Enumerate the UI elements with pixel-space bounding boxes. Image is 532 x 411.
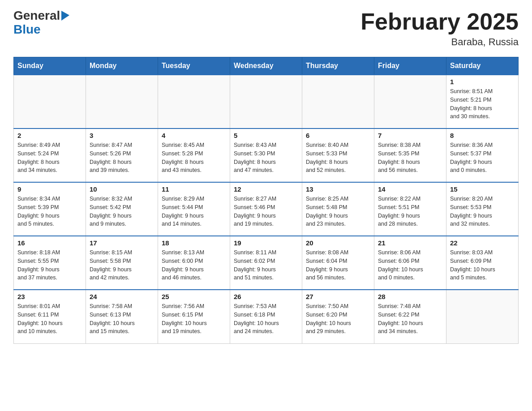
calendar-cell: 10Sunrise: 8:32 AM Sunset: 5:42 PM Dayli… xyxy=(86,182,158,236)
day-number: 25 xyxy=(162,293,226,300)
calendar-body: 1Sunrise: 8:51 AM Sunset: 5:21 PM Daylig… xyxy=(14,75,519,343)
calendar-cell: 17Sunrise: 8:15 AM Sunset: 5:58 PM Dayli… xyxy=(86,236,158,290)
calendar-subtitle: Baraba, Russia xyxy=(360,36,519,48)
day-number: 1 xyxy=(450,78,515,86)
calendar-cell: 21Sunrise: 8:06 AM Sunset: 6:06 PM Dayli… xyxy=(374,236,446,290)
day-number: 16 xyxy=(17,239,82,247)
day-number: 6 xyxy=(306,132,370,139)
day-info: Sunrise: 8:25 AM Sunset: 5:48 PM Dayligh… xyxy=(306,196,348,227)
day-info: Sunrise: 8:15 AM Sunset: 5:58 PM Dayligh… xyxy=(90,249,132,281)
day-number: 2 xyxy=(17,132,82,139)
title-block: February 2025 Baraba, Russia xyxy=(360,9,519,48)
day-info: Sunrise: 8:36 AM Sunset: 5:37 PM Dayligh… xyxy=(450,142,493,173)
calendar-cell: 5Sunrise: 8:43 AM Sunset: 5:30 PM Daylig… xyxy=(230,128,302,182)
day-info: Sunrise: 8:43 AM Sunset: 5:30 PM Dayligh… xyxy=(234,142,276,173)
calendar-table: SundayMondayTuesdayWednesdayThursdayFrid… xyxy=(13,57,519,344)
calendar-title: February 2025 xyxy=(360,9,519,34)
calendar-cell: 27Sunrise: 7:50 AM Sunset: 6:20 PM Dayli… xyxy=(302,290,374,343)
day-info: Sunrise: 7:56 AM Sunset: 6:15 PM Dayligh… xyxy=(162,303,207,334)
day-number: 22 xyxy=(450,239,515,247)
calendar-cell: 28Sunrise: 7:48 AM Sunset: 6:22 PM Dayli… xyxy=(374,290,446,343)
day-number: 11 xyxy=(162,185,226,193)
calendar-cell: 13Sunrise: 8:25 AM Sunset: 5:48 PM Dayli… xyxy=(302,182,374,236)
day-info: Sunrise: 8:20 AM Sunset: 5:53 PM Dayligh… xyxy=(450,196,493,227)
day-info: Sunrise: 7:50 AM Sunset: 6:20 PM Dayligh… xyxy=(306,303,351,334)
day-number: 7 xyxy=(378,132,442,139)
calendar-cell: 18Sunrise: 8:13 AM Sunset: 6:00 PM Dayli… xyxy=(158,236,230,290)
day-header-friday: Friday xyxy=(374,57,446,75)
day-info: Sunrise: 7:53 AM Sunset: 6:18 PM Dayligh… xyxy=(234,303,279,334)
day-info: Sunrise: 8:45 AM Sunset: 5:28 PM Dayligh… xyxy=(162,142,204,173)
logo-general-text: General xyxy=(13,9,60,23)
day-header-tuesday: Tuesday xyxy=(158,57,230,75)
day-number: 8 xyxy=(450,132,515,139)
calendar-cell xyxy=(446,290,519,343)
day-info: Sunrise: 8:13 AM Sunset: 6:00 PM Dayligh… xyxy=(162,249,204,281)
week-row-2: 2Sunrise: 8:49 AM Sunset: 5:24 PM Daylig… xyxy=(14,128,519,182)
day-header-sunday: Sunday xyxy=(14,57,86,75)
day-info: Sunrise: 7:58 AM Sunset: 6:13 PM Dayligh… xyxy=(90,303,135,334)
logo-blue-text: Blue xyxy=(13,23,41,37)
week-row-5: 23Sunrise: 8:01 AM Sunset: 6:11 PM Dayli… xyxy=(14,290,519,343)
calendar-cell: 6Sunrise: 8:40 AM Sunset: 5:33 PM Daylig… xyxy=(302,128,374,182)
day-info: Sunrise: 7:48 AM Sunset: 6:22 PM Dayligh… xyxy=(378,303,423,334)
calendar-cell: 16Sunrise: 8:18 AM Sunset: 5:55 PM Dayli… xyxy=(14,236,86,290)
week-row-4: 16Sunrise: 8:18 AM Sunset: 5:55 PM Dayli… xyxy=(14,236,519,290)
day-header-monday: Monday xyxy=(86,57,158,75)
day-info: Sunrise: 8:38 AM Sunset: 5:35 PM Dayligh… xyxy=(378,142,420,173)
calendar-cell: 11Sunrise: 8:29 AM Sunset: 5:44 PM Dayli… xyxy=(158,182,230,236)
calendar-cell: 9Sunrise: 8:34 AM Sunset: 5:39 PM Daylig… xyxy=(14,182,86,236)
day-number: 17 xyxy=(90,239,154,247)
calendar-cell: 15Sunrise: 8:20 AM Sunset: 5:53 PM Dayli… xyxy=(446,182,519,236)
day-number: 5 xyxy=(234,132,298,139)
calendar-cell: 26Sunrise: 7:53 AM Sunset: 6:18 PM Dayli… xyxy=(230,290,302,343)
days-of-week-row: SundayMondayTuesdayWednesdayThursdayFrid… xyxy=(14,57,519,75)
day-info: Sunrise: 8:27 AM Sunset: 5:46 PM Dayligh… xyxy=(234,196,276,227)
day-info: Sunrise: 8:32 AM Sunset: 5:42 PM Dayligh… xyxy=(90,196,132,227)
week-row-3: 9Sunrise: 8:34 AM Sunset: 5:39 PM Daylig… xyxy=(14,182,519,236)
calendar-cell xyxy=(302,75,374,128)
day-number: 28 xyxy=(378,293,442,300)
day-number: 15 xyxy=(450,185,515,193)
day-header-wednesday: Wednesday xyxy=(230,57,302,75)
day-number: 3 xyxy=(90,132,154,139)
calendar-cell: 19Sunrise: 8:11 AM Sunset: 6:02 PM Dayli… xyxy=(230,236,302,290)
day-info: Sunrise: 8:08 AM Sunset: 6:04 PM Dayligh… xyxy=(306,249,348,281)
calendar-cell xyxy=(14,75,86,128)
day-number: 21 xyxy=(378,239,442,247)
calendar-cell: 3Sunrise: 8:47 AM Sunset: 5:26 PM Daylig… xyxy=(86,128,158,182)
calendar-cell: 23Sunrise: 8:01 AM Sunset: 6:11 PM Dayli… xyxy=(14,290,86,343)
day-number: 26 xyxy=(234,293,298,300)
day-number: 9 xyxy=(17,185,82,193)
day-info: Sunrise: 8:06 AM Sunset: 6:06 PM Dayligh… xyxy=(378,249,423,281)
calendar-cell: 4Sunrise: 8:45 AM Sunset: 5:28 PM Daylig… xyxy=(158,128,230,182)
day-number: 14 xyxy=(378,185,442,193)
day-info: Sunrise: 8:03 AM Sunset: 6:09 PM Dayligh… xyxy=(450,249,495,281)
day-info: Sunrise: 8:51 AM Sunset: 5:21 PM Dayligh… xyxy=(450,88,493,120)
calendar-cell: 24Sunrise: 7:58 AM Sunset: 6:13 PM Dayli… xyxy=(86,290,158,343)
calendar-cell: 8Sunrise: 8:36 AM Sunset: 5:37 PM Daylig… xyxy=(446,128,519,182)
day-header-saturday: Saturday xyxy=(446,57,519,75)
day-number: 18 xyxy=(162,239,226,247)
calendar-cell: 20Sunrise: 8:08 AM Sunset: 6:04 PM Dayli… xyxy=(302,236,374,290)
calendar-cell: 14Sunrise: 8:22 AM Sunset: 5:51 PM Dayli… xyxy=(374,182,446,236)
day-number: 24 xyxy=(90,293,154,300)
logo-triangle-icon xyxy=(61,11,69,21)
calendar-cell: 12Sunrise: 8:27 AM Sunset: 5:46 PM Dayli… xyxy=(230,182,302,236)
calendar-cell: 25Sunrise: 7:56 AM Sunset: 6:15 PM Dayli… xyxy=(158,290,230,343)
svg-marker-0 xyxy=(61,11,69,21)
day-info: Sunrise: 8:49 AM Sunset: 5:24 PM Dayligh… xyxy=(17,142,60,173)
week-row-1: 1Sunrise: 8:51 AM Sunset: 5:21 PM Daylig… xyxy=(14,75,519,128)
calendar-cell: 7Sunrise: 8:38 AM Sunset: 5:35 PM Daylig… xyxy=(374,128,446,182)
day-number: 19 xyxy=(234,239,298,247)
calendar-cell: 2Sunrise: 8:49 AM Sunset: 5:24 PM Daylig… xyxy=(14,128,86,182)
calendar-cell xyxy=(230,75,302,128)
day-info: Sunrise: 8:01 AM Sunset: 6:11 PM Dayligh… xyxy=(17,303,63,334)
day-number: 4 xyxy=(162,132,226,139)
day-info: Sunrise: 8:22 AM Sunset: 5:51 PM Dayligh… xyxy=(378,196,420,227)
calendar-cell xyxy=(158,75,230,128)
day-number: 27 xyxy=(306,293,370,300)
day-info: Sunrise: 8:29 AM Sunset: 5:44 PM Dayligh… xyxy=(162,196,204,227)
day-number: 10 xyxy=(90,185,154,193)
day-info: Sunrise: 8:18 AM Sunset: 5:55 PM Dayligh… xyxy=(17,249,60,281)
